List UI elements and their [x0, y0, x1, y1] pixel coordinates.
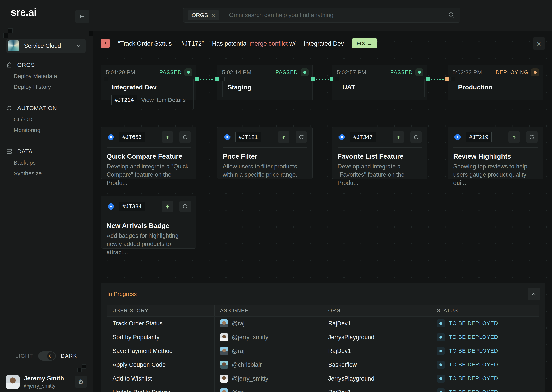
user-profile[interactable]: Jeremy Smith @jerry_smitty ⚙: [6, 375, 87, 389]
cell-assignee: @jerry_smitty: [214, 330, 323, 344]
node-handle: [335, 77, 340, 81]
status-dot-pill: [531, 68, 539, 76]
sidebar-item-ci-cd[interactable]: CI / CD: [14, 114, 93, 125]
cell-user-story: Update Profile Picture: [107, 385, 214, 392]
table-row[interactable]: Apply Coupon Code @chrisblair Basketflow…: [107, 358, 539, 371]
status-dot: [418, 71, 421, 74]
sidebar-item-backups[interactable]: Backups: [14, 157, 93, 168]
panel-collapse-button[interactable]: [528, 288, 540, 300]
cell-user-story: Apply Coupon Code: [107, 358, 214, 371]
promote-button[interactable]: [508, 131, 520, 143]
story-card[interactable]: #JT384 New Arrivals Badge: [101, 196, 196, 249]
story-card[interactable]: #JT219 Review Highlights: [448, 126, 543, 179]
theme-dark-label[interactable]: DARK: [61, 353, 77, 359]
column-header-assignee[interactable]: ASSIGNEE: [214, 305, 323, 316]
theme-light-label[interactable]: LIGHT: [15, 353, 33, 359]
stage-status: PASSED: [159, 68, 192, 76]
stage-header: 5:02:14 PM PASSED: [217, 65, 312, 76]
table-row[interactable]: Track Order Status @raj RajDev1 TO BE DE…: [107, 316, 539, 330]
theme-toggle-row: LIGHT ☾ DARK: [0, 351, 93, 361]
sidebar-item-deploy-metadata[interactable]: Deploy Metadata: [14, 71, 93, 82]
app-logo: sre.ai: [11, 6, 36, 18]
story-tag[interactable]: #JT219: [466, 132, 492, 142]
story-card[interactable]: #JT121 Price Filter: [217, 126, 312, 179]
connector-endpoint: [311, 77, 315, 81]
cell-user-story: Add to Wishlist: [107, 372, 214, 385]
refresh-button[interactable]: [296, 131, 307, 143]
table-row[interactable]: Save Payment Method @raj RajDev1 TO BE D…: [107, 344, 539, 358]
promote-button[interactable]: [162, 131, 173, 143]
stage-card-integrated-dev[interactable]: 5:01:29 PM PASSED Integrated Dev #JT214 …: [101, 65, 196, 100]
nav-header-automation[interactable]: AUTOMATION: [0, 104, 93, 112]
alert-env-tag[interactable]: Integrated Dev: [300, 38, 348, 49]
org-switcher[interactable]: Service Cloud: [6, 39, 86, 53]
nav-items: Deploy Metadata Deploy History: [9, 71, 93, 92]
cell-org: RajDev1: [323, 385, 431, 392]
refresh-button[interactable]: [179, 131, 191, 143]
avatar: [220, 375, 228, 383]
refresh-button[interactable]: [526, 131, 538, 143]
fix-button[interactable]: FIX →: [352, 38, 377, 49]
view-item-details-link[interactable]: View Item Details: [141, 97, 186, 103]
stage-card-uat[interactable]: 5:02:57 PM PASSED UAT: [332, 65, 428, 100]
stage-card-production[interactable]: 5:03:23 PM DEPLOYING Production: [448, 65, 543, 100]
connector-endpoint: [426, 77, 430, 81]
story-card[interactable]: #JT653 Quick Compare Featu: [101, 126, 196, 179]
status-dot-pill: [184, 68, 192, 76]
decor-square: [77, 368, 82, 372]
automation-icon: [6, 105, 13, 112]
cell-status: TO BE DEPLOYED: [431, 385, 539, 392]
alert-close-button[interactable]: ×: [533, 37, 545, 49]
promote-up-icon: [164, 134, 171, 140]
table-row[interactable]: Update Profile Picture @raj RajDev1 TO B…: [107, 385, 539, 392]
story-tag[interactable]: #JT121: [235, 132, 261, 142]
node-handle: [104, 77, 109, 81]
table-row[interactable]: Add to Wishlist @jerry_smitty JerrysPlay…: [107, 371, 539, 385]
status-dot-pill: [437, 347, 445, 355]
theme-toggle[interactable]: ☾: [38, 351, 56, 361]
story-tag[interactable]: #JT653: [119, 132, 145, 142]
stage-header: 5:01:29 PM PASSED: [101, 65, 196, 76]
promote-button[interactable]: [162, 201, 173, 212]
nav-header-orgs[interactable]: ORGS: [0, 61, 93, 69]
chip-close-icon[interactable]: ×: [211, 12, 215, 18]
node-handle: [450, 77, 455, 81]
alert-story-tag[interactable]: “Track Order Status — #JT172”: [114, 38, 208, 49]
sidebar-item-deploy-history[interactable]: Deploy History: [14, 82, 93, 92]
promote-button[interactable]: [393, 131, 404, 143]
story-card[interactable]: #JT347 Favorite List Featu: [332, 126, 428, 179]
stage-header: 5:02:57 PM PASSED: [332, 65, 427, 76]
refresh-button[interactable]: [179, 201, 191, 212]
assignee-handle: @raj: [232, 320, 245, 327]
stage-card-staging[interactable]: 5:02:14 PM PASSED Staging: [217, 65, 312, 100]
sidebar-item-monitoring[interactable]: Monitoring: [14, 125, 93, 135]
column-header-user-story[interactable]: USER STORY: [107, 305, 214, 316]
card-title: New Arrivals Badge: [107, 222, 191, 230]
status-dot-pill: [301, 68, 309, 76]
story-tag[interactable]: #JT347: [350, 132, 376, 142]
search-input[interactable]: Omni search can help you find anything: [229, 12, 448, 19]
card-title: Favorite List Feature: [338, 153, 422, 160]
sidebar-collapse-button[interactable]: [75, 10, 89, 23]
alert-icon: !: [101, 39, 110, 48]
cell-status: TO BE DEPLOYED: [431, 330, 539, 344]
story-tag[interactable]: #JT384: [119, 202, 145, 211]
nav-section-label: ORGS: [17, 62, 35, 68]
story-diamond-icon: [107, 202, 115, 211]
column-header-status[interactable]: STATUS: [431, 305, 539, 316]
column-header-org[interactable]: ORG: [323, 305, 431, 316]
promote-up-icon: [164, 203, 171, 210]
story-diamond-icon: [453, 133, 462, 141]
search-filter-chip[interactable]: ORGS ×: [188, 10, 219, 20]
status-badge: TO BE DEPLOYED: [449, 362, 498, 368]
table-row[interactable]: Sort by Popularity @jerry_smitty JerrysP…: [107, 330, 539, 344]
nav-header-data[interactable]: DATA: [0, 147, 93, 155]
promote-button[interactable]: [278, 131, 290, 143]
sidebar-item-synthesize[interactable]: Synthesize: [14, 168, 93, 179]
settings-button[interactable]: ⚙: [75, 376, 87, 388]
story-tag[interactable]: #JT214: [111, 95, 137, 105]
status-dot: [439, 364, 442, 366]
refresh-button[interactable]: [410, 131, 422, 143]
search-bar[interactable]: ORGS × Omni search can help you find any…: [183, 8, 460, 23]
stage-status: PASSED: [390, 68, 423, 76]
